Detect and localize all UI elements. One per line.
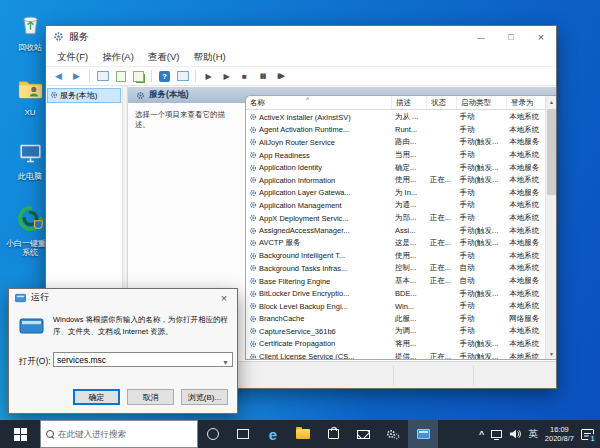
- windows-logo-icon: [14, 428, 27, 441]
- store-icon: [328, 429, 339, 439]
- store-button[interactable]: [318, 420, 348, 448]
- task-view-icon: [237, 429, 249, 439]
- mail-icon: [357, 430, 370, 439]
- minimize-button[interactable]: [466, 26, 496, 48]
- service-row[interactable]: Application Layer Gatewa...为 In...手动本地服务: [246, 187, 545, 200]
- desktop-icon-label: 回收站: [18, 43, 42, 53]
- menu-file[interactable]: 文件(F): [50, 49, 95, 66]
- service-cell-logon: 本地系统: [505, 301, 545, 311]
- column-header[interactable]: 登录为: [507, 96, 547, 109]
- service-row[interactable]: Background Tasks Infras...控制...正在...自动本地…: [246, 262, 545, 275]
- close-button[interactable]: [526, 26, 556, 48]
- service-row[interactable]: AVCTP 服务这是...正在...手动(触发...本地服务: [246, 237, 545, 250]
- search-input[interactable]: [58, 429, 178, 439]
- service-row[interactable]: Application Identity确定...手动(触发...本地服务: [246, 161, 545, 174]
- menu-view[interactable]: 查看(V): [141, 49, 187, 66]
- column-header[interactable]: 描述: [392, 96, 427, 109]
- service-cell-startup: 手动: [456, 200, 506, 210]
- pause-service-icon[interactable]: [255, 69, 270, 83]
- cancel-button[interactable]: 取消: [127, 389, 174, 405]
- scroll-up-icon[interactable]: [546, 96, 556, 107]
- service-row[interactable]: Application Management为通...手动本地系统: [246, 199, 545, 212]
- service-cell-logon: 本地系统: [505, 326, 545, 336]
- service-cell-name: AVCTP 服务: [246, 238, 391, 248]
- column-header[interactable]: 启动类型: [457, 96, 507, 109]
- menu-help[interactable]: 帮助(H): [186, 49, 232, 66]
- scrollbar-thumb[interactable]: [547, 109, 556, 195]
- service-row[interactable]: AppX Deployment Servic...为部...正在...手动本地系…: [246, 212, 545, 225]
- mail-button[interactable]: [348, 420, 378, 448]
- open-combobox[interactable]: [53, 352, 233, 367]
- task-view-button[interactable]: [228, 420, 258, 448]
- help-icon[interactable]: [157, 69, 172, 83]
- service-row[interactable]: Application Information使用...正在...手动(触发..…: [246, 174, 545, 187]
- service-row[interactable]: CaptureService_361b6为调...手动本地系统: [246, 325, 545, 338]
- resume-service-icon[interactable]: [219, 69, 234, 83]
- service-cell-logon: 本地系统: [505, 125, 545, 135]
- ok-button[interactable]: 确定: [73, 389, 120, 405]
- start-service-icon[interactable]: [201, 69, 216, 83]
- column-header[interactable]: 状态: [427, 96, 457, 109]
- vertical-scrollbar[interactable]: [545, 96, 556, 359]
- hidden-icons-chevron[interactable]: ^: [479, 429, 484, 439]
- console-tree-icon[interactable]: [95, 69, 110, 83]
- tree-item-services-local[interactable]: 服务(本地): [47, 88, 121, 103]
- scroll-down-icon[interactable]: [546, 348, 556, 359]
- view-icon[interactable]: [175, 69, 190, 83]
- open-input[interactable]: [54, 355, 219, 365]
- start-button[interactable]: [0, 420, 40, 448]
- column-header[interactable]: 名称: [246, 96, 392, 109]
- stop-service-icon[interactable]: [237, 69, 252, 83]
- service-row[interactable]: Certificate Propagation将用...手动(触发...本地系统: [246, 338, 545, 351]
- run-close-icon[interactable]: [211, 289, 237, 306]
- volume-icon[interactable]: [509, 425, 521, 443]
- run-dialog-message: Windows 将根据你所输入的名称，为你打开相应的程序、文件夹、文档或 Int…: [53, 314, 229, 337]
- ime-indicator[interactable]: 英: [528, 428, 538, 441]
- service-cell-startup: 手动(触发...: [456, 339, 506, 349]
- service-row[interactable]: AssignedAccessManager...Assi...手动(触发...本…: [246, 224, 545, 237]
- services-taskbar-button[interactable]: [378, 420, 408, 448]
- menu-action[interactable]: 操作(A): [95, 49, 141, 66]
- service-row[interactable]: BitLocker Drive Encryptio...BDE...手动(触发.…: [246, 287, 545, 300]
- browse-button[interactable]: 浏览(B)...: [181, 389, 228, 405]
- forward-icon[interactable]: [69, 69, 84, 83]
- properties-icon[interactable]: [113, 69, 128, 83]
- service-cell-status: 正在...: [426, 276, 456, 286]
- service-cell-startup: 自动: [456, 276, 506, 286]
- service-row[interactable]: AllJoyn Router Service路由...手动(触发...本地服务: [246, 136, 545, 149]
- run-dialog-title: 运行: [31, 291, 49, 304]
- service-cell-name: Client License Service (CS...: [246, 352, 391, 359]
- maximize-button[interactable]: [496, 26, 526, 48]
- service-cell-startup: 手动(触发...: [456, 289, 506, 299]
- recycle-bin-icon: [17, 10, 44, 41]
- clock-time: 16:09: [545, 425, 574, 434]
- service-row[interactable]: Background Intelligent T...使用...手动本地系统: [246, 250, 545, 263]
- run-window-icon: [417, 429, 430, 439]
- taskbar-search[interactable]: [40, 420, 198, 448]
- chevron-down-icon[interactable]: [219, 351, 232, 369]
- file-explorer-button[interactable]: [288, 420, 318, 448]
- service-row[interactable]: ActiveX Installer (AxInstSV)为从 ...手动本地系统: [246, 111, 545, 124]
- service-row[interactable]: Base Filtering Engine基本...正在...自动本地服务: [246, 275, 545, 288]
- export-list-icon[interactable]: [131, 69, 146, 83]
- service-cell-name: Application Layer Gatewa...: [246, 188, 391, 197]
- service-row[interactable]: Client License Service (CS...提供...正在...手…: [246, 350, 545, 359]
- restart-service-icon[interactable]: [273, 69, 288, 83]
- taskbar-clock[interactable]: 16:09 2020/8/7: [545, 425, 574, 444]
- services-titlebar[interactable]: 服务: [46, 26, 556, 48]
- network-icon[interactable]: [491, 430, 502, 438]
- service-row[interactable]: App Readiness当用...手动本地系统: [246, 149, 545, 162]
- service-cell-startup: 手动: [456, 301, 506, 311]
- action-center-icon[interactable]: 1: [581, 429, 594, 440]
- edge-button[interactable]: e: [258, 420, 288, 448]
- cortana-button[interactable]: [198, 420, 228, 448]
- run-titlebar[interactable]: 运行: [9, 289, 237, 306]
- search-icon: [46, 430, 54, 438]
- service-cell-startup: 手动: [456, 125, 506, 135]
- service-row[interactable]: Agent Activation Runtime...Runt...手动本地系统: [246, 124, 545, 137]
- back-icon[interactable]: [51, 69, 66, 83]
- service-row[interactable]: BranchCache此服...手动网络服务: [246, 313, 545, 326]
- service-cell-name: Application Management: [246, 201, 391, 210]
- service-row[interactable]: Block Level Backup Engi...Win...手动本地系统: [246, 300, 545, 313]
- run-taskbar-button[interactable]: [408, 420, 438, 448]
